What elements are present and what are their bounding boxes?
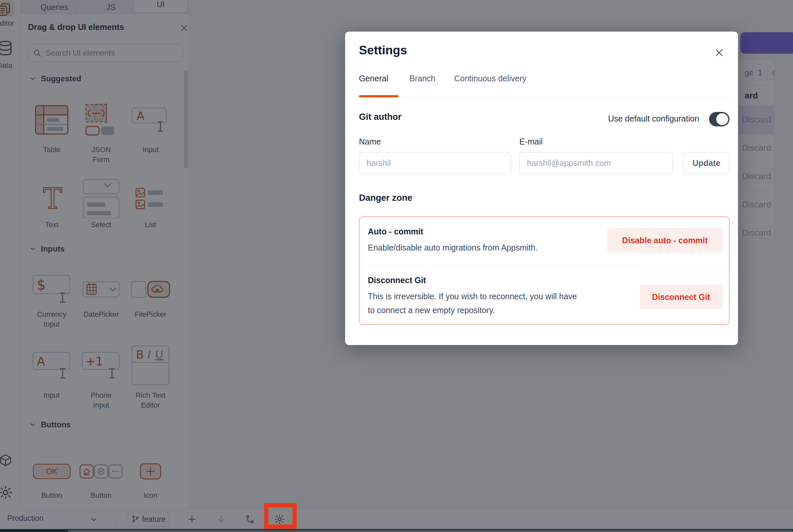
tab-branch[interactable]: Branch [409,74,435,83]
toggle-knob [716,113,728,125]
email-label: E-mail [520,137,543,147]
disconnect-git-button[interactable]: Disconnect Git [640,285,722,309]
annotation-highlight-box [264,503,297,529]
danger-zone-box: Auto - commit Enable/disable auto migrat… [359,216,730,325]
default-config-label: Use default configuration [608,114,699,124]
divider [368,265,722,266]
tab-continuous-delivery[interactable]: Continuous delivery [454,74,527,83]
auto-commit-description: Enable/disable auto migrations from Apps… [368,241,538,254]
git-settings-modal: Settings General Branch Continuous deliv… [345,32,738,345]
name-field[interactable] [359,152,511,174]
disconnect-git-description-line2: to connect a new empty repository. [368,303,495,317]
divider [359,97,730,97]
email-field[interactable] [520,152,673,174]
disconnect-git-title: Disconnect Git [368,276,426,285]
disconnect-git-description-line1: This is irreversible. If you wish to rec… [368,289,577,303]
tab-general[interactable]: General [359,74,388,83]
update-button[interactable]: Update [683,152,730,174]
modal-title: Settings [359,43,407,57]
active-tab-indicator [359,95,398,97]
git-author-heading: Git author [359,112,401,122]
name-label: Name [359,137,381,147]
disable-auto-commit-button[interactable]: Disable auto - commit [607,228,722,252]
danger-zone-heading: Danger zone [359,193,412,203]
default-config-toggle[interactable] [709,112,730,127]
close-icon[interactable] [713,47,725,59]
auto-commit-title: Auto - commit [368,227,423,236]
